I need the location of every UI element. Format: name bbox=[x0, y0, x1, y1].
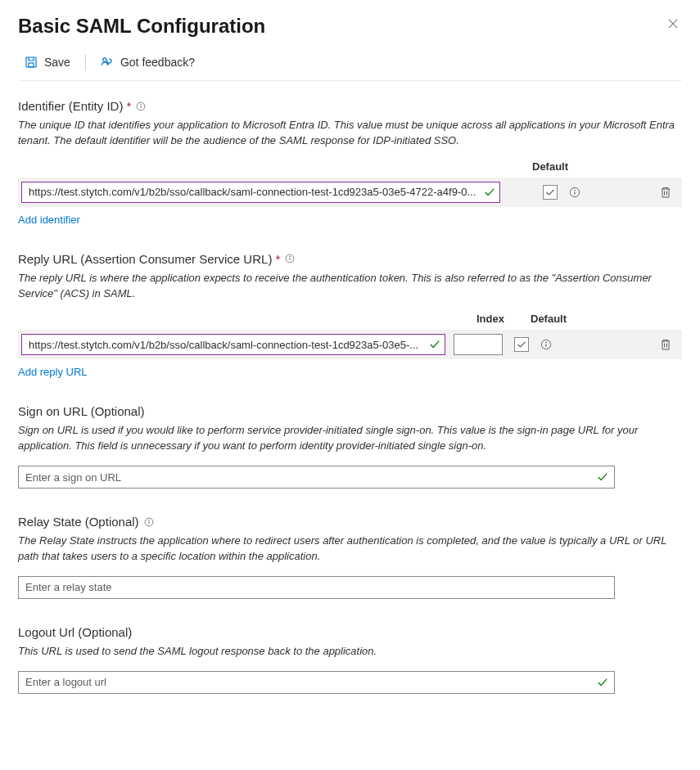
sign-on-url-label: Sign on URL (Optional) bbox=[18, 404, 145, 418]
info-icon[interactable] bbox=[144, 517, 154, 527]
required-marker: * bbox=[275, 252, 280, 266]
feedback-button-label: Got feedback? bbox=[120, 56, 195, 69]
save-button-label: Save bbox=[44, 56, 70, 69]
logout-url-label: Logout Url (Optional) bbox=[18, 625, 132, 639]
delete-icon[interactable] bbox=[659, 338, 672, 351]
close-icon bbox=[667, 18, 679, 29]
identifier-default-checkbox[interactable] bbox=[543, 185, 558, 200]
identifier-section: Identifier (Entity ID) * The unique ID t… bbox=[18, 99, 682, 226]
svg-point-4 bbox=[141, 104, 142, 105]
close-button[interactable] bbox=[664, 15, 682, 35]
sign-on-url-description: Sign on URL is used if you would like to… bbox=[18, 423, 682, 454]
checkmark-icon bbox=[545, 187, 555, 197]
identifier-row bbox=[18, 178, 682, 207]
svg-point-10 bbox=[546, 342, 547, 343]
identifier-description: The unique ID that identifies your appli… bbox=[18, 118, 682, 149]
checkmark-icon bbox=[597, 677, 608, 688]
add-reply-url-link[interactable]: Add reply URL bbox=[18, 366, 88, 378]
reply-url-default-checkbox[interactable] bbox=[514, 337, 529, 352]
feedback-icon bbox=[101, 56, 114, 69]
checkmark-icon bbox=[429, 339, 440, 350]
svg-point-12 bbox=[148, 520, 149, 520]
relay-state-label: Relay State (Optional) bbox=[18, 515, 139, 529]
add-identifier-link[interactable]: Add identifier bbox=[18, 214, 80, 226]
logout-url-input[interactable] bbox=[18, 671, 615, 694]
svg-point-8 bbox=[290, 257, 291, 258]
info-icon[interactable] bbox=[136, 101, 146, 111]
info-icon[interactable] bbox=[569, 187, 580, 198]
checkmark-icon bbox=[517, 340, 526, 349]
reply-url-description: The reply URL is where the application e… bbox=[18, 271, 682, 302]
logout-url-section: Logout Url (Optional) This URL is used t… bbox=[18, 625, 682, 694]
svg-point-2 bbox=[103, 58, 106, 61]
reply-url-label: Reply URL (Assertion Consumer Service UR… bbox=[18, 252, 272, 266]
save-button[interactable]: Save bbox=[18, 52, 77, 72]
column-default-header: Default bbox=[532, 160, 568, 173]
relay-state-description: The Relay State instructs the applicatio… bbox=[18, 534, 682, 565]
required-marker: * bbox=[126, 99, 131, 113]
reply-url-section: Reply URL (Assertion Consumer Service UR… bbox=[18, 252, 682, 379]
toolbar: Save Got feedback? bbox=[18, 52, 682, 81]
column-default-header: Default bbox=[531, 313, 567, 325]
feedback-button[interactable]: Got feedback? bbox=[94, 52, 201, 72]
identifier-input[interactable] bbox=[21, 182, 500, 203]
save-icon bbox=[25, 56, 38, 69]
sign-on-url-input[interactable] bbox=[18, 466, 615, 489]
toolbar-separator bbox=[85, 54, 86, 70]
info-icon[interactable] bbox=[285, 254, 295, 263]
info-icon[interactable] bbox=[540, 339, 552, 350]
identifier-label: Identifier (Entity ID) bbox=[18, 99, 123, 113]
checkmark-icon bbox=[484, 187, 495, 198]
relay-state-input[interactable] bbox=[18, 576, 615, 599]
svg-rect-0 bbox=[26, 57, 36, 67]
reply-url-index-input[interactable] bbox=[454, 334, 503, 355]
page-title: Basic SAML Configuration bbox=[18, 15, 265, 38]
logout-url-description: This URL is used to send the SAML logout… bbox=[18, 644, 682, 660]
svg-rect-1 bbox=[29, 63, 34, 67]
relay-state-section: Relay State (Optional) The Relay State i… bbox=[18, 515, 682, 599]
checkmark-icon bbox=[597, 471, 608, 483]
column-index-header: Index bbox=[476, 313, 531, 325]
delete-icon[interactable] bbox=[659, 186, 672, 199]
reply-url-row bbox=[18, 330, 682, 359]
reply-url-input[interactable] bbox=[21, 334, 445, 355]
svg-point-6 bbox=[575, 190, 576, 191]
sign-on-url-section: Sign on URL (Optional) Sign on URL is us… bbox=[18, 404, 682, 489]
